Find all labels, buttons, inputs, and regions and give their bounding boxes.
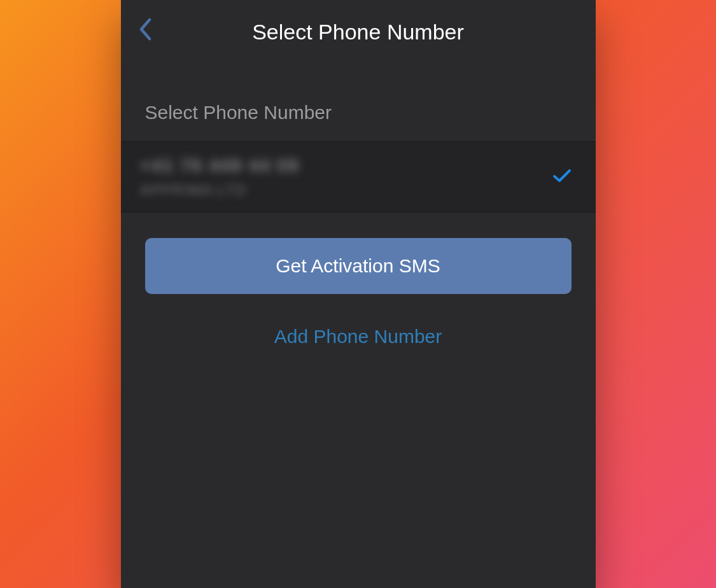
header: Select Phone Number — [121, 0, 596, 64]
add-phone-number-button[interactable]: Add Phone Number — [121, 294, 596, 379]
app-panel: Select Phone Number Select Phone Number … — [121, 0, 596, 588]
chevron-left-icon — [138, 18, 152, 43]
get-activation-sms-button[interactable]: Get Activation SMS — [145, 238, 572, 294]
back-button[interactable] — [132, 18, 158, 43]
check-icon — [552, 168, 572, 186]
phone-carrier-value: APPRIMA LTD — [140, 181, 552, 199]
section-label: Select Phone Number — [121, 64, 596, 141]
phone-info: +41 76 449 44 09 APPRIMA LTD — [140, 155, 552, 199]
button-container: Get Activation SMS — [121, 213, 596, 294]
phone-number-row[interactable]: +41 76 449 44 09 APPRIMA LTD — [121, 141, 596, 213]
phone-number-value: +41 76 449 44 09 — [140, 155, 552, 176]
page-title: Select Phone Number — [252, 20, 464, 45]
